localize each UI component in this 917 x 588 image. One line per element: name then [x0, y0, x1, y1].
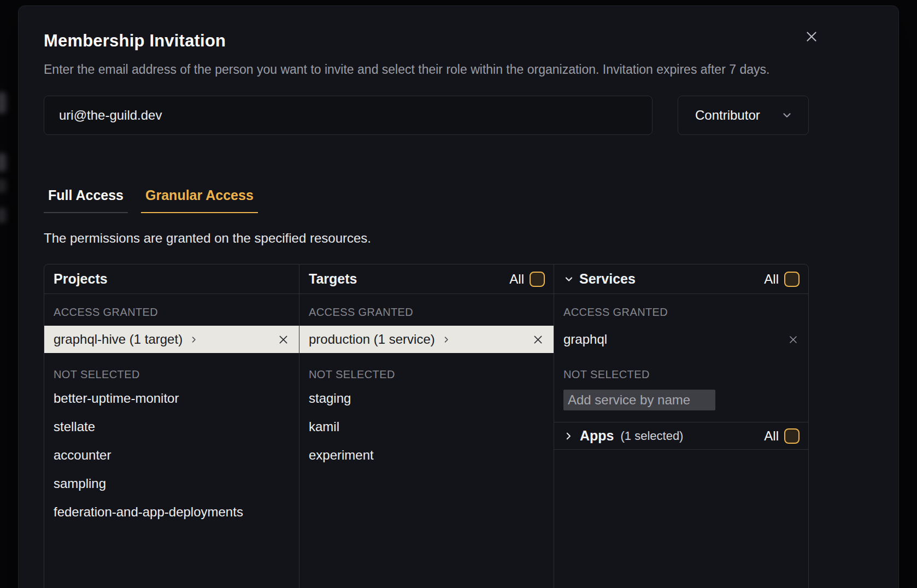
- dialog-title: Membership Invitation: [44, 31, 809, 51]
- targets-all-checkbox[interactable]: [530, 272, 545, 287]
- tab-granular-access[interactable]: Granular Access: [141, 187, 258, 213]
- membership-invitation-dialog: Membership Invitation Enter the email ad…: [18, 5, 899, 588]
- services-all-toggle[interactable]: All: [764, 272, 800, 287]
- backdrop-blur-artifact: [0, 179, 7, 193]
- add-service-input[interactable]: [563, 390, 715, 410]
- selected-target-row[interactable]: production (1 service): [299, 326, 554, 353]
- targets-column: Targets All ACCESS GRANTED production (1…: [299, 264, 554, 588]
- email-input[interactable]: [44, 96, 653, 135]
- chevron-down-icon[interactable]: [563, 274, 574, 285]
- targets-all-label: All: [509, 272, 524, 287]
- access-granted-label: ACCESS GRANTED: [554, 294, 808, 319]
- apps-row[interactable]: Apps (1 selected) All: [554, 422, 808, 450]
- apps-all-label: All: [764, 428, 779, 444]
- projects-column: Projects ACCESS GRANTED graphql-hive (1 …: [44, 264, 299, 588]
- targets-all-toggle[interactable]: All: [509, 272, 545, 287]
- list-item[interactable]: kamil: [299, 413, 554, 441]
- granted-service-label: graphql: [563, 332, 607, 347]
- backdrop-blur-artifact: [0, 153, 7, 172]
- services-header: Services All: [554, 264, 808, 294]
- list-item[interactable]: experiment: [299, 441, 554, 469]
- not-selected-label: NOT SELECTED: [44, 353, 299, 381]
- access-granted-label: ACCESS GRANTED: [44, 294, 299, 319]
- tab-full-access[interactable]: Full Access: [44, 187, 128, 213]
- access-granted-label: ACCESS GRANTED: [299, 294, 554, 319]
- services-title: Services: [579, 271, 636, 287]
- projects-header: Projects: [44, 264, 299, 294]
- selected-target-label: production (1 service): [309, 332, 435, 347]
- services-all-label: All: [764, 272, 779, 287]
- remove-service-icon[interactable]: [787, 333, 800, 346]
- remove-target-icon[interactable]: [531, 333, 545, 346]
- not-selected-label: NOT SELECTED: [554, 353, 808, 381]
- apps-title: Apps: [580, 428, 614, 444]
- backdrop-blur-artifact: [0, 208, 7, 223]
- list-item[interactable]: accounter: [44, 441, 299, 469]
- projects-title: Projects: [54, 271, 108, 287]
- dialog-description: Enter the email address of the person yo…: [44, 60, 809, 79]
- list-item[interactable]: sampling: [44, 469, 299, 498]
- chevron-right-icon: [442, 336, 450, 344]
- role-select-value: Contributor: [695, 108, 760, 123]
- targets-header: Targets All: [299, 264, 554, 294]
- page-backdrop: Membership Invitation Enter the email ad…: [0, 0, 917, 588]
- permissions-note: The permissions are granted on the speci…: [44, 231, 809, 246]
- services-all-checkbox[interactable]: [784, 272, 800, 287]
- access-tabs: Full Access Granular Access: [44, 187, 258, 213]
- remove-project-icon[interactable]: [277, 333, 290, 346]
- chevron-down-icon: [781, 109, 793, 121]
- projects-not-selected-list: better-uptime-monitorstellateaccountersa…: [44, 384, 299, 526]
- targets-not-selected-list: stagingkamilexperiment: [299, 384, 554, 469]
- role-select[interactable]: Contributor: [678, 96, 809, 135]
- granted-service-row[interactable]: graphql: [554, 326, 808, 353]
- apps-all-checkbox[interactable]: [784, 428, 800, 444]
- resources-panel: Projects ACCESS GRANTED graphql-hive (1 …: [44, 264, 809, 588]
- invite-row: Contributor: [44, 96, 809, 135]
- apps-all-toggle[interactable]: All: [764, 428, 800, 444]
- backdrop-blur-artifact: [0, 92, 7, 114]
- apps-selected-badge: (1 selected): [621, 429, 684, 443]
- services-column: Services All ACCESS GRANTED graphql: [554, 264, 808, 588]
- chevron-right-icon: [190, 336, 198, 344]
- targets-title: Targets: [309, 271, 357, 287]
- list-item[interactable]: staging: [299, 384, 554, 413]
- chevron-right-icon: [563, 431, 573, 441]
- list-item[interactable]: federation-and-app-deployments: [44, 498, 299, 526]
- list-item[interactable]: stellate: [44, 413, 299, 441]
- list-item[interactable]: better-uptime-monitor: [44, 384, 299, 413]
- selected-project-row[interactable]: graphql-hive (1 target): [44, 326, 299, 353]
- not-selected-label: NOT SELECTED: [299, 353, 554, 381]
- selected-project-label: graphql-hive (1 target): [54, 332, 183, 347]
